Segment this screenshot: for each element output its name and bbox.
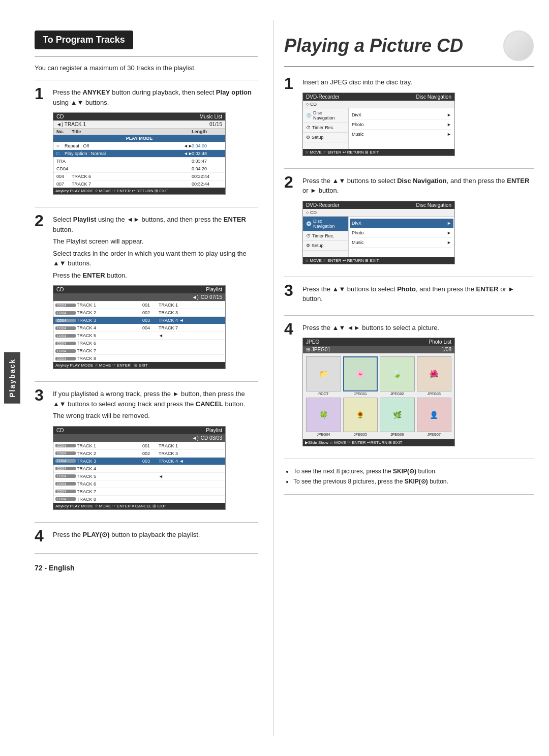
pl-row-3: CD04TRACK 3003TRACK 4 ◄ (53, 316, 225, 324)
right-sep-4 (284, 459, 534, 459)
sidebar-label: Playback (4, 352, 20, 404)
dvd-menu-timer-2: ⏱Timer Rec. (303, 231, 348, 241)
bullet-list: To see the next 8 pictures, press the SK… (284, 466, 534, 487)
separator (35, 80, 258, 80)
right-step-2-number: 2 (284, 174, 302, 190)
screen-footer: Anykey PLAY MODE ☆ MOVE ☞ ENTER ↩ RETURN… (53, 188, 225, 194)
right-section-title: Playing a Picture CD (284, 31, 534, 67)
right-step-1-content: Insert an JPEG disc into the disc tray. … (302, 77, 534, 159)
jpeg-thumb-4: 🍀 JPEG04 (306, 398, 341, 437)
step-2-extra-2: Select tracks in the order in which you … (53, 249, 258, 268)
right-sep-2 (284, 277, 534, 277)
dvd-menu-timer: ⏱Timer Rec. (303, 123, 348, 133)
track-row-1: TRA0:03:47 (53, 157, 225, 165)
separator-2 (35, 207, 258, 207)
repeat-row: ○Repeat : Off◄►0:04:00 (53, 142, 225, 149)
dvd-menu-disc: 💿DiscNavigation (303, 108, 348, 123)
right-sep-5 (284, 494, 534, 495)
right-step-2-text: Press the ▲▼ buttons to select Disc Navi… (302, 176, 534, 196)
playlist2-footer: Anykey PLAY MODE ☆ MOVE ☞ ENTER # CANCEL… (53, 503, 225, 509)
jpeg-header: JPEG Photo List (303, 338, 454, 346)
playlist2-header: CD Playlist (53, 427, 225, 434)
dvd-body-2: 💿DiscNavigation ⏱Timer Rec. ⚙Setup DivX► (303, 217, 454, 257)
pl-row-8: CD04TRACK 8 (53, 354, 225, 362)
step-2: 2 Select Playlist using the ◄► buttons, … (35, 215, 258, 372)
dvd-header-1: DVD-Recorder Disc Navigation (303, 93, 454, 101)
jpeg-thumb-root: 📁 ROOT (306, 356, 341, 396)
dvd-footer-1: ☆ MOVE ☞ ENTER ↩ RETURN ⊞ EXIT (303, 149, 454, 156)
right-title-text: Playing a Picture CD (284, 35, 463, 56)
jpeg-thumb-3: 🌺 JPEG03 (417, 356, 452, 396)
track-row-3: 004TRACK 600:32:44 (53, 172, 225, 180)
step-2-content: Select Playlist using the ◄► buttons, an… (53, 215, 258, 372)
step-1-screen: CD Music List ◄) TRACK 1 01/15 No.TitleL… (53, 112, 226, 195)
separator-3 (35, 381, 258, 382)
page-number: 72 - English (35, 564, 258, 572)
dvd-item-divx-2: DivX► (350, 219, 453, 228)
playlist2-subheader: ◄) CD 03/03 (53, 434, 225, 442)
pl2-row-3: CD04TRACK 3003TRACK 4 ◄ (53, 457, 225, 465)
pl-row-6: CD04TRACK 6 (53, 339, 225, 347)
step-2-extra-1: The Playlist screen will appear. (53, 236, 258, 247)
dvd-right-2: DivX► Photo► Music► (349, 217, 454, 257)
pl2-row-1: CD04TRACK 1001TRACK 1 (53, 442, 225, 449)
step-3-screen: CD Playlist ◄) CD 03/03 CD04TRACK 1001TR… (53, 426, 226, 510)
step-2-number: 2 (35, 213, 53, 229)
dvd-body-1: 💿DiscNavigation ⏱Timer Rec. ⚙Setup DivX► (303, 108, 454, 149)
pl2-row-6: CD04TRACK 6 (53, 480, 225, 488)
step-3-extra: The wrong track will be removed. (53, 411, 258, 421)
screen-cols: No.TitleLength (53, 129, 225, 135)
right-sep-3 (284, 315, 534, 316)
dvd-menu-disc-2: 💿DiscNavigation (303, 217, 348, 231)
jpeg-grid: 📁 ROOT 🌸 JPEG01 🍃 (303, 353, 454, 439)
dvd-right-1: DivX► Photo► Music► (349, 108, 454, 149)
step-3-content: If you playlisted a wrong track, press t… (53, 389, 258, 513)
right-step-1: 1 Insert an JPEG disc into the disc tray… (284, 77, 534, 159)
jpeg-thumb-7: 👤 JPEG07 (417, 398, 452, 437)
pl2-row-5: CD04TRACK 5◄ (53, 472, 225, 480)
pl-row-7: CD04TRACK 7 (53, 347, 225, 354)
separator-4 (35, 522, 258, 523)
dvd-screen-2: DVD-Recorder Disc Navigation ○ CD 💿DiscN… (302, 201, 455, 264)
playoption-row: □Play option : Normal◄►0:03:48 (53, 149, 225, 157)
track-count: 01/15 (209, 122, 222, 127)
right-step-1-text: Insert an JPEG disc into the disc tray. (302, 77, 534, 87)
track-label: ◄) TRACK 1 (56, 122, 86, 127)
left-column: To Program Tracks You can register a max… (24, 20, 273, 736)
pl-row-1: CD04TRACK 1001TRACK 1 (53, 301, 225, 309)
step-4: 4 Press the PLAY(⊙) button to playback t… (35, 530, 258, 544)
pl-row-5: CD04TRACK 5◄ (53, 331, 225, 339)
dvd-menu-setup-2: ⚙Setup (303, 241, 348, 251)
jpeg-thumb-6: 🌿 JPEG06 (380, 398, 415, 437)
cd-indicator: ○ CD (303, 101, 454, 108)
play-mode-row: PLAY MODE (53, 135, 225, 142)
step-1-number: 1 (35, 85, 53, 102)
playlist-footer: Anykey PLAY MODE ☆ MOVE ☞ ENTER ⊞ EXIT (53, 362, 225, 369)
right-step-4-content: Press the ▲▼ ◄► buttons to select a pict… (302, 323, 534, 450)
pl2-row-4: CD04TRACK 4 (53, 465, 225, 472)
jpeg-footer: ▶Slide Show ☆ MOVE ☞ ENTER ↩RETURN ⊞ EXI… (303, 439, 454, 446)
right-sep-1 (284, 168, 534, 169)
pl2-row-2: CD04TRACK 2002TRACK 3 (53, 449, 225, 457)
jpeg-thumb-1: 🌸 JPEG01 (343, 356, 378, 396)
pl2-row-8: CD04TRACK 8 (53, 495, 225, 503)
right-step-1-number: 1 (284, 75, 302, 92)
step-4-content: Press the PLAY(⊙) button to playback the… (53, 530, 258, 542)
bullet-1: To see the next 8 pictures, press the SK… (293, 466, 534, 476)
intro-text: You can register a maximum of 30 tracks … (35, 56, 258, 72)
right-step-2-content: Press the ▲▼ buttons to select Disc Navi… (302, 176, 534, 267)
step-2-screen: CD Playlist ◄) CD 07/15 CD04TRACK 1001TR… (53, 285, 226, 369)
pl-row-2: CD04TRACK 2002TRACK 3 (53, 309, 225, 316)
right-step-3-content: Press the ▲▼ buttons to select Photo, an… (302, 284, 534, 306)
playlist-header: CD Playlist (53, 286, 225, 293)
jpeg-screen: JPEG Photo List ⊞ JPEG01 1/08 📁 ROOT (302, 338, 455, 446)
dvd-item-music-2: Music► (352, 238, 451, 248)
step-1-text: Press the ANYKEY button during playback,… (53, 87, 258, 107)
dvd-menu-setup: ⚙Setup (303, 133, 348, 142)
jpeg-thumb-5: 🌻 JPEG05 (343, 398, 378, 437)
screen-header: CD Music List (53, 113, 225, 120)
step-2-extra-3: Press the ENTER button. (53, 270, 258, 281)
playlist-subheader: ◄) CD 07/15 (53, 293, 225, 301)
pl2-row-7: CD04TRACK 7 (53, 488, 225, 495)
track-row-2: CD040:04:20 (53, 165, 225, 172)
